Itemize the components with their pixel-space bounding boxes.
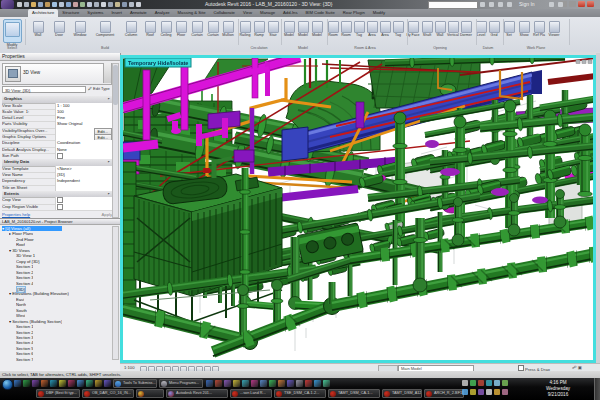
- svg-text:Temporary Hide/Isolate: Temporary Hide/Isolate: [128, 60, 188, 66]
